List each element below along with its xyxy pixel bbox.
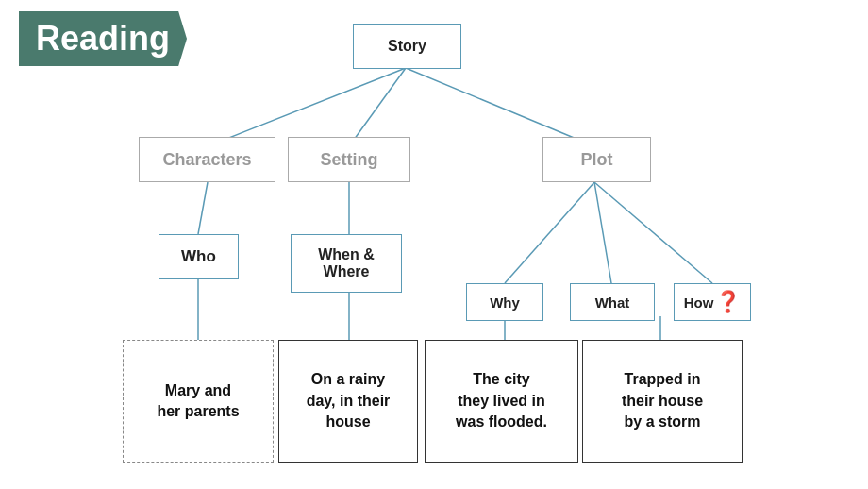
who-box: Who — [159, 234, 239, 279]
setting-box: Setting — [288, 137, 410, 182]
story-box: Story — [353, 24, 461, 69]
mary-box: Mary andher parents — [123, 340, 274, 463]
svg-line-0 — [208, 68, 406, 146]
svg-line-3 — [198, 182, 208, 234]
characters-box: Characters — [139, 137, 275, 182]
question-mark-icon: ❓ — [715, 290, 741, 314]
rainy-box: On a rainyday, in theirhouse — [278, 340, 418, 463]
reading-badge: Reading — [19, 11, 187, 66]
svg-line-6 — [594, 182, 611, 283]
svg-line-5 — [505, 182, 594, 283]
city-box: The citythey lived inwas flooded. — [425, 340, 578, 463]
when-where-box: When &Where — [291, 234, 402, 293]
svg-line-1 — [349, 68, 406, 146]
svg-line-2 — [406, 68, 594, 146]
how-label: How — [684, 295, 714, 311]
plot-box: Plot — [542, 137, 651, 182]
svg-line-7 — [594, 182, 712, 283]
how-box: How ❓ — [674, 283, 751, 321]
what-box: What — [570, 283, 655, 321]
why-box: Why — [466, 283, 543, 321]
trapped-box: Trapped intheir houseby a storm — [582, 340, 743, 463]
